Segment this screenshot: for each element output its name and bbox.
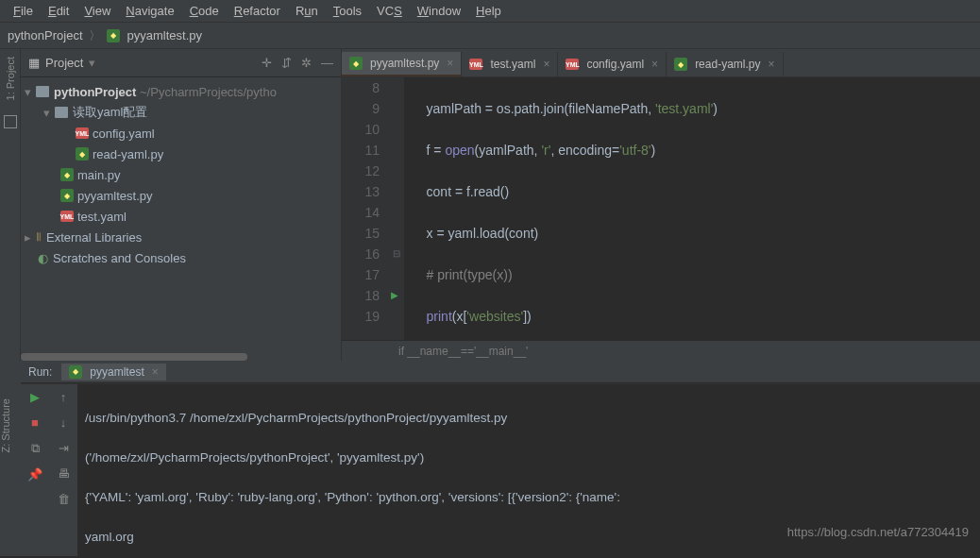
gutter-marks: ▶ ⊟ — [389, 77, 404, 340]
run-toolbar-left: ▶ ■ ⧉ 📌 — [21, 384, 49, 556]
run-header: Run: ◆ pyyamltest × — [21, 361, 980, 383]
project-view-icon: ▦ — [28, 56, 40, 70]
run-toolbar-2: ↑ ↓ ⇥ 🖶 🗑 — [49, 384, 77, 556]
menu-window[interactable]: Window — [410, 4, 468, 18]
project-toolwindow-button[interactable]: 1: Project — [5, 57, 16, 100]
run-gutter-icon[interactable]: ▶ — [391, 285, 398, 306]
python-icon: ◆ — [674, 58, 687, 71]
scratch-icon: ◐ — [38, 251, 48, 265]
tab-config-yaml[interactable]: YML config.yaml× — [558, 52, 667, 76]
project-pane: ▦ Project ▾ ✛ ⇵ ✲ — ▾ pythonProject ~/Py… — [21, 49, 342, 361]
down-icon[interactable]: ↓ — [60, 415, 67, 430]
close-icon[interactable]: × — [651, 58, 658, 71]
menu-refactor[interactable]: Refactor — [227, 4, 288, 18]
left-bottom-bar: Z: Structure — [0, 361, 21, 556]
close-icon[interactable]: × — [447, 57, 453, 70]
wrap-icon[interactable]: ⇥ — [59, 441, 69, 455]
menu-run[interactable]: Run — [288, 4, 326, 18]
python-icon: ◆ — [60, 189, 74, 202]
line-gutter: 8910111213141516171819 — [342, 77, 389, 340]
tree-root: ▾ pythonProject ~/PycharmProjects/pytho — [21, 81, 341, 102]
close-icon[interactable]: × — [543, 58, 549, 71]
expand-icon[interactable]: ⇵ — [281, 56, 292, 70]
python-icon: ◆ — [60, 168, 74, 181]
menu-vcs[interactable]: VCS — [369, 4, 410, 18]
chevron-right-icon: 〉 — [89, 27, 101, 44]
yaml-icon: YML — [566, 59, 579, 70]
editor-tabs: ◆ pyyamltest.py× YML test.yaml× YML conf… — [342, 49, 980, 77]
run-tab[interactable]: ◆ pyyamltest × — [61, 364, 165, 380]
python-icon: ◆ — [76, 147, 89, 161]
print-icon[interactable]: 🖶 — [58, 466, 70, 481]
library-icon: ⫴ — [36, 229, 42, 245]
code-editor[interactable]: 8910111213141516171819 ▶ ⊟ yamlPath = os… — [342, 77, 980, 340]
breadcrumb-file[interactable]: pyyamltest.py — [127, 28, 202, 42]
run-label: Run: — [28, 365, 52, 379]
menu-edit[interactable]: Edit — [41, 4, 76, 18]
editor-pane: ◆ pyyamltest.py× YML test.yaml× YML conf… — [342, 49, 980, 361]
python-icon: ◆ — [107, 29, 120, 42]
project-tree[interactable]: ▾ pythonProject ~/PycharmProjects/pytho … — [21, 77, 341, 272]
stop-icon[interactable]: ■ — [31, 415, 39, 430]
tab-test-yaml[interactable]: YML test.yaml× — [462, 52, 558, 76]
tree-file: YML config.yaml — [21, 123, 341, 144]
up-icon[interactable]: ↑ — [60, 390, 67, 404]
yaml-icon: YML — [469, 59, 482, 70]
chevron-down-icon[interactable]: ▾ — [89, 56, 95, 70]
menu-tools[interactable]: Tools — [326, 4, 369, 18]
trash-icon[interactable]: 🗑 — [58, 492, 70, 506]
yaml-icon: YML — [76, 127, 89, 139]
rerun-icon[interactable]: ▶ — [30, 390, 40, 404]
tree-file: ◆ main.py — [21, 164, 341, 185]
project-title[interactable]: Project — [45, 56, 83, 70]
menu-bar: File Edit View Navigate Code Refactor Ru… — [0, 0, 980, 23]
layout-icon[interactable]: ⧉ — [31, 441, 40, 456]
menu-file[interactable]: File — [6, 4, 41, 18]
menu-code[interactable]: Code — [182, 4, 227, 18]
breadcrumb: pythonProject 〉 ◆ pyyamltest.py — [0, 23, 980, 49]
structure-icon[interactable] — [4, 115, 17, 128]
tree-scratches: ◐ Scratches and Consoles — [21, 247, 341, 268]
left-toolwindow-bar: 1: Project — [0, 49, 21, 361]
tree-file: ◆ read-yaml.py — [21, 144, 341, 164]
hide-icon[interactable]: — — [321, 56, 333, 70]
close-icon[interactable]: × — [768, 58, 774, 71]
project-header: ▦ Project ▾ ✛ ⇵ ✲ — — [21, 49, 341, 77]
python-icon: ◆ — [69, 365, 82, 379]
tree-external-libs: ▸ ⫴ External Libraries — [21, 227, 341, 247]
close-icon[interactable]: × — [152, 365, 159, 379]
breadcrumb-project[interactable]: pythonProject — [8, 28, 83, 42]
tree-file: YML test.yaml — [21, 206, 341, 227]
menu-view[interactable]: View — [76, 4, 118, 18]
breadcrumb-bottom: if __name__=='__main__' — [342, 340, 980, 361]
structure-toolwindow-button[interactable]: Z: Structure — [0, 398, 11, 452]
tab-read-yaml[interactable]: ◆ read-yaml.py× — [667, 52, 783, 76]
watermark: https://blog.csdn.net/a772304419 — [787, 525, 969, 539]
horizontal-scrollbar[interactable] — [21, 353, 341, 361]
python-icon: ◆ — [349, 57, 363, 70]
tree-file: ◆ pyyamltest.py — [21, 185, 341, 206]
locate-icon[interactable]: ✛ — [262, 56, 272, 70]
yaml-icon: YML — [60, 211, 74, 222]
menu-navigate[interactable]: Navigate — [118, 4, 181, 18]
tab-pyyamltest[interactable]: ◆ pyyamltest.py× — [342, 52, 462, 76]
menu-help[interactable]: Help — [468, 4, 509, 18]
tree-folder: ▾ 读取yaml配置 — [21, 102, 341, 123]
pin-icon[interactable]: 📌 — [27, 467, 42, 482]
gear-icon[interactable]: ✲ — [301, 56, 312, 70]
